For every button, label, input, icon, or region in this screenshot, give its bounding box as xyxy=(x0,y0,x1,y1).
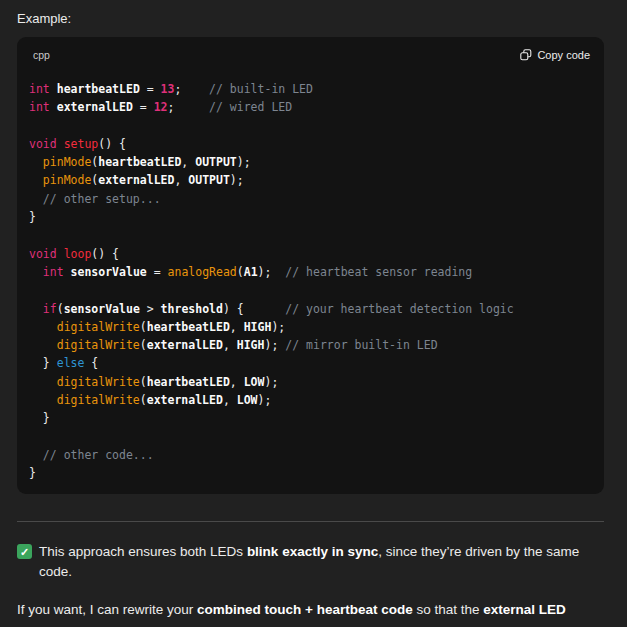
example-label: Example: xyxy=(17,10,610,28)
section-divider xyxy=(17,521,604,522)
copy-icon xyxy=(520,49,532,61)
assistant-message: Example: cpp Copy code int heartbeatLED … xyxy=(0,0,627,627)
code-block: cpp Copy code int heartbeatLED = 13; // … xyxy=(17,37,604,494)
copy-code-label: Copy code xyxy=(537,49,590,61)
check-mark-emoji: ✓ xyxy=(17,544,32,559)
code-block-header: cpp Copy code xyxy=(17,37,604,67)
code-content: int heartbeatLED = 13; // built-in LED i… xyxy=(17,67,604,494)
copy-code-button[interactable]: Copy code xyxy=(520,47,590,63)
code-language-label: cpp xyxy=(33,49,50,61)
closing-paragraph: If you want, I can rewrite your combined… xyxy=(17,597,607,627)
summary-text: This approach ensures both LEDs blink ex… xyxy=(39,542,610,582)
summary-line: ✓ This approach ensures both LEDs blink … xyxy=(17,542,610,582)
